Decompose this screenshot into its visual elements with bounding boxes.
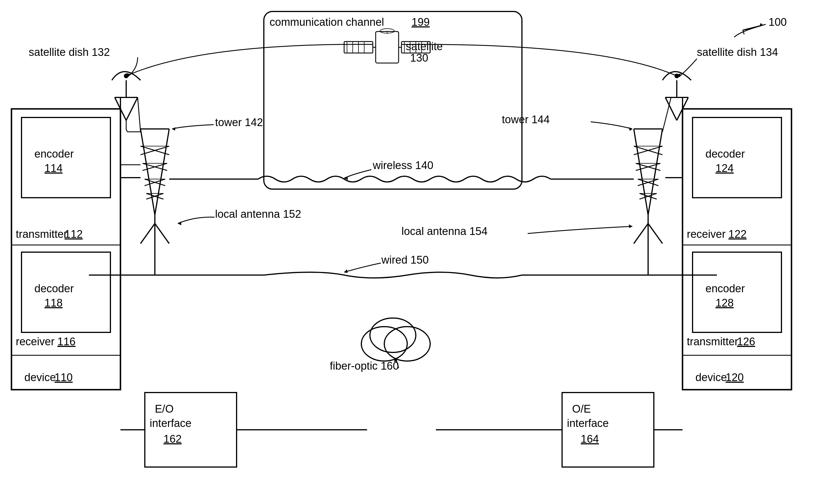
receiver-122-label: receiver — [687, 228, 726, 240]
device-120-label: device — [696, 371, 727, 383]
eo-number: 162 — [163, 433, 181, 445]
receiver-116-label: receiver — [16, 336, 54, 348]
decoder-118-number: 118 — [44, 297, 62, 309]
sat-dish-134-label: satellite dish 134 — [697, 46, 778, 58]
decoder-124-label: decoder — [706, 148, 745, 160]
decoder-118-label: decoder — [34, 283, 74, 295]
fiber-optic-label: fiber-optic 160 — [330, 360, 399, 372]
receiver-116-number: 116 — [57, 336, 75, 348]
oe-number: 164 — [581, 433, 599, 445]
tower-144-label: tower 144 — [502, 113, 550, 125]
transmitter-126-label: transmitter — [687, 336, 739, 348]
figure-number: 100 — [769, 16, 787, 28]
comm-channel-number: 199 — [412, 16, 430, 28]
local-antenna-154-label: local antenna 154 — [401, 225, 487, 237]
encoder-114-number: 114 — [44, 162, 62, 174]
device-110-number: 110 — [54, 371, 72, 383]
local-antenna-152-label: local antenna 152 — [215, 208, 301, 220]
encoder-114-label: encoder — [34, 148, 74, 160]
wireless-label: wireless 140 — [373, 159, 433, 171]
transmitter-112-number: 112 — [64, 228, 83, 240]
encoder-128-number: 128 — [716, 297, 734, 309]
transmitter-112-label: transmitter — [16, 228, 67, 240]
comm-channel-label: communication channel — [270, 16, 384, 28]
wired-label: wired 150 — [381, 254, 429, 266]
satellite-label: satellite — [406, 40, 443, 52]
oe-label2: interface — [567, 417, 609, 429]
device-110-label: device — [24, 371, 56, 383]
satellite-number: 130 — [410, 52, 428, 64]
sat-dish-132-label: satellite dish 132 — [29, 46, 110, 58]
encoder-128-label: encoder — [706, 283, 745, 295]
oe-label1: O/E — [572, 403, 591, 415]
device-120-number: 120 — [726, 371, 744, 383]
decoder-124-number: 124 — [716, 162, 734, 174]
receiver-122-number: 122 — [728, 228, 747, 240]
eo-label2: interface — [150, 417, 191, 429]
svg-rect-0 — [0, 0, 813, 504]
tower-142-label: tower 142 — [215, 116, 263, 128]
eo-label1: E/O — [155, 403, 173, 415]
transmitter-126-number: 126 — [737, 336, 755, 348]
